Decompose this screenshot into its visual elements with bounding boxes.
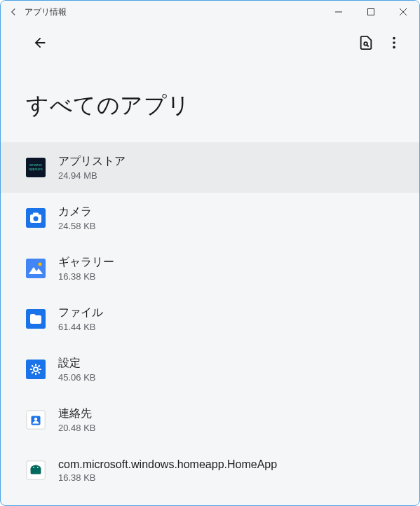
- app-name: ギャラリー: [58, 255, 394, 270]
- svg-point-4: [393, 37, 395, 40]
- page-title: すべてのアプリ: [1, 62, 419, 142]
- app-item[interactable]: 設定45.06 KB: [1, 344, 419, 395]
- android-icon: [26, 460, 46, 480]
- app-item[interactable]: ギャラリー16.38 KB: [1, 243, 419, 294]
- app-name: 設定: [58, 356, 394, 371]
- maximize-button[interactable]: [355, 1, 387, 23]
- search-in-page-icon[interactable]: [352, 29, 380, 57]
- svg-point-22: [34, 418, 38, 421]
- app-info: ファイル61.44 KB: [58, 306, 394, 332]
- gallery-icon: [26, 259, 46, 278]
- app-size: 45.06 KB: [58, 372, 394, 383]
- content-area: すべてのアプリ amazonappstoreアプリストア24.94 MBカメラ2…: [1, 23, 419, 505]
- app-info: カメラ24.58 KB: [58, 205, 394, 231]
- window-title: アプリ情報: [25, 6, 323, 18]
- app-item[interactable]: カメラ24.58 KB: [1, 193, 419, 243]
- contacts-icon: [26, 410, 46, 430]
- app-size: 24.58 KB: [58, 221, 394, 231]
- svg-point-12: [34, 217, 39, 221]
- window-controls: [323, 1, 419, 23]
- file-icon: [26, 309, 46, 329]
- app-size: 16.38 KB: [58, 472, 394, 483]
- app-size: 20.48 KB: [58, 423, 394, 433]
- close-button[interactable]: [387, 1, 419, 23]
- camera-icon: [26, 208, 46, 228]
- app-info: 設定45.06 KB: [58, 356, 394, 383]
- app-name: com.microsoft.windows.homeapp.HomeApp: [58, 458, 394, 471]
- app-name: アプリストア: [58, 154, 394, 169]
- svg-point-26: [37, 467, 39, 468]
- window-frame: アプリ情報: [0, 0, 420, 506]
- toolbar: [1, 23, 419, 62]
- app-item[interactable]: 連絡先20.48 KB: [1, 395, 419, 445]
- more-options-icon[interactable]: [380, 29, 408, 57]
- app-info: アプリストア24.94 MB: [58, 154, 394, 181]
- app-info: com.microsoft.windows.homeapp.HomeApp16.…: [58, 458, 394, 483]
- svg-rect-1: [368, 9, 374, 15]
- app-size: 16.38 KB: [58, 271, 394, 282]
- svg-rect-13: [33, 213, 39, 216]
- app-list[interactable]: amazonappstoreアプリストア24.94 MBカメラ24.58 KBギ…: [1, 142, 419, 505]
- settings-icon: [26, 360, 46, 379]
- svg-point-5: [393, 41, 395, 44]
- svg-line-3: [367, 45, 368, 46]
- titlebar: アプリ情報: [1, 1, 419, 23]
- svg-point-25: [33, 467, 34, 468]
- svg-point-2: [364, 42, 367, 46]
- svg-rect-14: [26, 259, 46, 278]
- app-info: 連絡先20.48 KB: [58, 406, 394, 433]
- app-item[interactable]: ファイル61.44 KB: [1, 294, 419, 344]
- minimize-button[interactable]: [323, 1, 355, 23]
- app-item[interactable]: com.microsoft.windows.homeapp.HomeApp16.…: [1, 445, 419, 495]
- titlebar-back-button[interactable]: [8, 6, 19, 18]
- appstore-icon: amazonappstore: [26, 158, 46, 177]
- svg-rect-18: [26, 360, 46, 379]
- svg-point-16: [39, 263, 42, 266]
- app-item[interactable]: amazonappstoreアプリストア24.94 MB: [1, 142, 419, 193]
- svg-point-6: [393, 46, 395, 49]
- app-info: ギャラリー16.38 KB: [58, 255, 394, 282]
- app-name: 連絡先: [58, 406, 394, 421]
- app-size: 61.44 KB: [58, 322, 394, 332]
- app-size: 24.94 MB: [58, 170, 394, 181]
- back-button[interactable]: [26, 29, 54, 57]
- app-name: カメラ: [58, 205, 394, 219]
- app-name: ファイル: [58, 306, 394, 320]
- svg-text:appstore: appstore: [29, 167, 43, 171]
